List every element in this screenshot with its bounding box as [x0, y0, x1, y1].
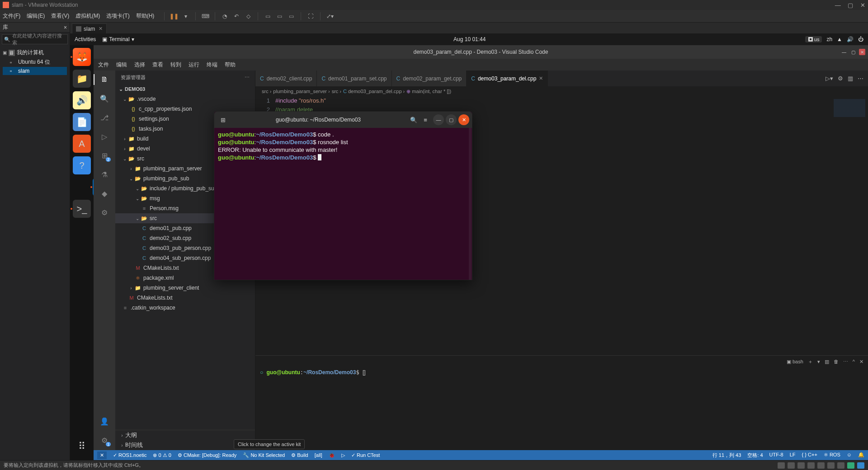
- device-display-icon[interactable]: [837, 462, 844, 469]
- search-icon[interactable]: 🔍: [99, 93, 110, 104]
- status-cmake[interactable]: ⚙ CMake: [Debug]: Ready: [178, 452, 236, 458]
- status-bell-icon[interactable]: 🔔: [858, 452, 864, 459]
- volume-icon[interactable]: 🔊: [847, 36, 854, 42]
- menu-vm[interactable]: 虚拟机(M): [75, 12, 100, 20]
- clock[interactable]: Aug 10 01:44: [134, 36, 805, 42]
- dock-libreoffice-icon[interactable]: 📄: [73, 113, 91, 131]
- dock-software-icon[interactable]: A: [73, 135, 91, 153]
- more-icon[interactable]: ⋯: [245, 75, 250, 80]
- outline-section[interactable]: ›大纲: [115, 430, 255, 440]
- terminal-shell-label[interactable]: ▣ bash: [787, 359, 803, 365]
- device-msg-icon[interactable]: [847, 462, 854, 469]
- snapshot-revert-icon[interactable]: ↶: [232, 12, 241, 20]
- device-sound-icon[interactable]: [817, 462, 825, 469]
- run-icon[interactable]: ▷▾: [826, 75, 833, 82]
- tab-demo02-client[interactable]: Cdemo02_client.cpp: [255, 70, 317, 86]
- vm-tab-slam[interactable]: slam ✕: [72, 24, 107, 33]
- vscode-menu-terminal[interactable]: 终端: [207, 61, 217, 69]
- status-ros[interactable]: ✓ ROS1.noetic: [113, 452, 146, 458]
- dock-rhythmbox-icon[interactable]: 🔊: [73, 91, 91, 109]
- status-run-icon[interactable]: ▷: [341, 452, 345, 458]
- chevron-up-icon[interactable]: ^: [853, 359, 855, 364]
- gterm-maximize-icon[interactable]: ▢: [446, 114, 457, 125]
- project-root[interactable]: ⌄DEMO03: [115, 84, 255, 94]
- view-single-icon[interactable]: ▭: [264, 12, 272, 20]
- dock-terminal-icon[interactable]: >_: [73, 200, 91, 218]
- library-close-icon[interactable]: ×: [64, 24, 67, 31]
- tab-close-icon[interactable]: ✕: [539, 75, 543, 81]
- tab-demo03-param-del[interactable]: Cdemo03_param_del.cpp✕: [467, 70, 548, 86]
- status-kit[interactable]: 🔧 No Kit Selected: [243, 452, 285, 458]
- breadcrumb[interactable]: src › plumbing_param_server › src › C de…: [255, 86, 868, 96]
- new-tab-icon[interactable]: ⊞: [217, 114, 229, 126]
- gear-icon[interactable]: ⚙: [838, 75, 843, 82]
- vscode-titlebar[interactable]: demo03_param_del.cpp - Demo03 - Visual S…: [94, 45, 868, 59]
- gterm-close-icon[interactable]: ✕: [458, 114, 469, 125]
- vscode-close-icon[interactable]: ✕: [859, 49, 865, 55]
- power-icon[interactable]: ⏻: [858, 36, 863, 42]
- vscode-menu-run[interactable]: 运行: [189, 61, 199, 69]
- vscode-minimize-icon[interactable]: —: [841, 49, 847, 55]
- folder-vscode[interactable]: ⌄📂.vscode: [115, 94, 255, 104]
- settings-gear-icon[interactable]: ⚙1: [99, 435, 110, 446]
- vscode-menu-edit[interactable]: 编辑: [116, 61, 127, 69]
- gnome-terminal-window[interactable]: ⊞ guo@ubuntu: ~/RosDemo/Demo03 🔍 ≡ — ▢ ✕…: [214, 111, 472, 280]
- terminal-body[interactable]: ○ guo@ubuntu:~/RosDemo/Demo03$ []: [255, 367, 868, 450]
- vscode-menu-help[interactable]: 帮助: [225, 61, 236, 69]
- vscode-menu-file[interactable]: 文件: [98, 61, 109, 69]
- dock-apps-icon[interactable]: ⠿: [73, 437, 91, 456]
- vm-ubuntu[interactable]: ▫ Ubuntu 64 位: [3, 57, 67, 67]
- tab-close-icon[interactable]: ✕: [99, 26, 103, 32]
- status-target[interactable]: [all]: [315, 452, 322, 458]
- send-keys-icon[interactable]: ⌨: [201, 12, 209, 20]
- menu-edit[interactable]: 编辑(E): [27, 12, 45, 20]
- view-unity-icon[interactable]: ▭: [287, 12, 295, 20]
- folder-server-client[interactable]: ›📁plumbing_server_client: [115, 283, 255, 293]
- library-search[interactable]: 🔍 在此处键入内容进行搜索: [2, 34, 68, 44]
- status-position[interactable]: 行 11，列 43: [712, 452, 741, 459]
- status-encoding[interactable]: UTF-8: [769, 452, 783, 459]
- keyboard-layout-us[interactable]: 🞑 us: [805, 36, 822, 42]
- gterm-titlebar[interactable]: ⊞ guo@ubuntu: ~/RosDemo/Demo03 🔍 ≡ — ▢ ✕: [214, 112, 472, 128]
- status-remote-icon[interactable]: ✕: [97, 451, 107, 459]
- dock-help-icon[interactable]: ?: [73, 156, 91, 174]
- explorer-icon[interactable]: 🗎: [99, 74, 110, 85]
- minimap[interactable]: [827, 96, 868, 355]
- device-printer-icon[interactable]: [827, 462, 835, 469]
- testing-icon[interactable]: ⚗: [99, 169, 110, 180]
- network-icon[interactable]: ▲: [837, 36, 842, 42]
- vscode-menu-view[interactable]: 查看: [152, 61, 163, 69]
- maximize-icon[interactable]: ▢: [848, 2, 853, 9]
- menu-tabs[interactable]: 选项卡(T): [106, 12, 129, 20]
- snapshot-manage-icon[interactable]: ◇: [244, 12, 252, 20]
- vm-slam[interactable]: ▫ slam: [3, 67, 67, 75]
- pause-icon[interactable]: ❚❚: [170, 12, 178, 20]
- device-hdd-icon[interactable]: [778, 462, 785, 469]
- dropdown-icon[interactable]: ▾: [182, 12, 190, 20]
- keyboard-layout-zh[interactable]: zh: [826, 36, 832, 42]
- status-feedback-icon[interactable]: ☺: [847, 452, 852, 459]
- dock-files-icon[interactable]: 📁: [73, 70, 91, 88]
- run-debug-icon[interactable]: ▷: [99, 131, 110, 142]
- status-ctest[interactable]: ✓ Run CTest: [351, 452, 380, 458]
- trash-icon[interactable]: 🗑: [834, 359, 839, 364]
- device-net-icon[interactable]: [797, 462, 805, 469]
- vscode-maximize-icon[interactable]: ▢: [850, 49, 856, 55]
- extensions-icon[interactable]: ⊞2: [99, 150, 110, 161]
- status-spaces[interactable]: 空格: 4: [747, 452, 763, 459]
- account-icon[interactable]: 👤: [99, 416, 110, 427]
- more-icon[interactable]: ⋯: [858, 75, 863, 82]
- status-ros-short[interactable]: ⚛ ROS: [824, 452, 840, 459]
- menu-help[interactable]: 帮助(H): [136, 12, 155, 20]
- more-icon[interactable]: ⋯: [843, 359, 848, 365]
- panel-close-icon[interactable]: ✕: [859, 359, 863, 365]
- gterm-minimize-icon[interactable]: —: [433, 114, 444, 125]
- dock-firefox-icon[interactable]: 🦊: [73, 48, 91, 66]
- menu-file[interactable]: 文件(F): [3, 12, 20, 20]
- status-eol[interactable]: LF: [790, 452, 796, 459]
- status-problems[interactable]: ⊗ 0 ⚠ 0: [153, 452, 171, 458]
- gterm-search-icon[interactable]: 🔍: [408, 114, 420, 126]
- scaling-icon[interactable]: ⤢▾: [326, 12, 334, 20]
- new-terminal-icon[interactable]: ＋: [808, 358, 813, 365]
- tab-demo01-param-set[interactable]: Cdemo01_param_set.cpp: [317, 70, 392, 86]
